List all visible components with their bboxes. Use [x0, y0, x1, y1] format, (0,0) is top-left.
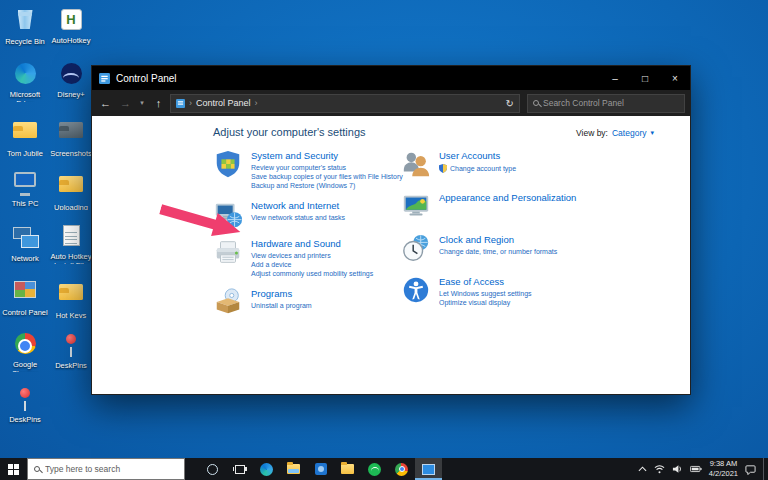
- this-pc-icon: [14, 172, 36, 187]
- category-title[interactable]: Ease of Access: [439, 276, 532, 287]
- navigation-toolbar: ← → ▾ ↑ › Control Panel › ↻: [92, 90, 690, 116]
- taskbar-clock[interactable]: 9:38 AM 4/2/2021: [709, 459, 738, 479]
- category-task-link[interactable]: Change account type: [439, 164, 516, 173]
- maximize-button[interactable]: □: [630, 66, 660, 90]
- search-input[interactable]: [543, 98, 679, 108]
- wifi-icon[interactable]: [654, 464, 665, 474]
- category-clock-and-region: Clock and Region Change date, time, or n…: [401, 233, 680, 263]
- action-center-icon[interactable]: [745, 464, 756, 475]
- folder-icon: [13, 122, 37, 138]
- folder-icon: [59, 176, 83, 192]
- category-system-and-security: System and Security Review your computer…: [213, 149, 401, 191]
- view-by-control: View by: Category ▾: [576, 128, 654, 138]
- minimize-button[interactable]: –: [600, 66, 630, 90]
- start-button[interactable]: [0, 458, 27, 480]
- user-accounts-icon[interactable]: [401, 149, 431, 179]
- desktop-wallpaper: Recycle Bin Microsoft Edge Tom Jubile Th…: [0, 0, 768, 480]
- desktop-icon-tom-jubile[interactable]: Tom Jubile: [2, 114, 48, 156]
- programs-box-icon[interactable]: [213, 287, 243, 317]
- category-title[interactable]: System and Security: [251, 150, 403, 161]
- folder-dark-icon: [59, 122, 83, 138]
- category-title[interactable]: Clock and Region: [439, 234, 557, 245]
- chevron-down-icon[interactable]: ▾: [650, 129, 654, 137]
- desktop-icon-label: Microsoft Edge: [2, 91, 48, 102]
- desktop-icon-network[interactable]: Network: [2, 222, 48, 264]
- back-icon[interactable]: ←: [97, 97, 114, 109]
- category-title[interactable]: Network and Internet: [251, 200, 345, 211]
- category-task-link[interactable]: Change date, time, or number formats: [439, 248, 557, 255]
- desktop-icon-recycle-bin[interactable]: Recycle Bin: [2, 6, 48, 48]
- category-column-left: System and Security Review your computer…: [213, 149, 401, 325]
- taskbar-spacer: [442, 458, 631, 480]
- appearance-icon[interactable]: [401, 191, 431, 221]
- taskbar-app-spotify[interactable]: [361, 458, 388, 480]
- category-title[interactable]: Hardware and Sound: [251, 238, 373, 249]
- search-icon: [533, 100, 539, 106]
- category-task-link[interactable]: View network status and tasks: [251, 214, 345, 221]
- folder-icon: [59, 284, 83, 300]
- taskbar-app-control-panel-active[interactable]: [415, 458, 442, 480]
- show-desktop-button[interactable]: [763, 458, 768, 480]
- desktop-icon-deskpins-in[interactable]: DeskPins In...: [2, 384, 48, 426]
- desktop-icon-autohotkey[interactable]: H AutoHotkey: [48, 6, 94, 48]
- window-titlebar[interactable]: Control Panel – □ ×: [92, 66, 690, 90]
- category-title[interactable]: Appearance and Personalization: [439, 192, 576, 203]
- battery-icon[interactable]: [690, 465, 702, 473]
- control-panel-icon: [14, 281, 36, 298]
- taskbar-apps: [199, 458, 442, 480]
- refresh-icon[interactable]: ↻: [506, 98, 514, 109]
- cortana-button[interactable]: [199, 458, 226, 480]
- category-task-link[interactable]: Save backup copies of your files with Fi…: [251, 173, 403, 180]
- clock-region-icon[interactable]: [401, 233, 431, 263]
- security-shield-icon[interactable]: [213, 149, 243, 179]
- spotify-icon: [368, 463, 381, 476]
- desktop-icon-autohotkey-install-file[interactable]: Auto Hotkey Install File: [48, 222, 94, 264]
- category-task-link[interactable]: Optimize visual display: [439, 299, 532, 306]
- desktop-icon-screenshots-shortcuts[interactable]: Screenshots Shortcuts: [48, 114, 94, 156]
- category-task-link[interactable]: View devices and printers: [251, 252, 373, 259]
- taskbar-app-folder[interactable]: [334, 458, 361, 480]
- desktop-icon-column-1: Recycle Bin Microsoft Edge Tom Jubile Th…: [2, 6, 48, 426]
- ease-of-access-icon[interactable]: [401, 275, 431, 305]
- close-button[interactable]: ×: [660, 66, 690, 90]
- up-icon[interactable]: ↑: [150, 97, 167, 109]
- desktop-icon-microsoft-edge[interactable]: Microsoft Edge: [2, 60, 48, 102]
- desktop-icon-label: DeskPins: [48, 362, 94, 371]
- task-view-button[interactable]: [226, 458, 253, 480]
- taskbar-app-edge[interactable]: [253, 458, 280, 480]
- chevron-up-icon[interactable]: [638, 466, 647, 472]
- recent-pages-dropdown-icon[interactable]: ▾: [137, 99, 147, 107]
- cortana-icon: [207, 464, 218, 475]
- category-task-link[interactable]: Review your computer's status: [251, 164, 403, 171]
- breadcrumb[interactable]: Control Panel: [196, 98, 251, 108]
- desktop-icon-control-panel[interactable]: Control Panel: [2, 276, 48, 318]
- desktop-icon-uploading-folder[interactable]: Uploading Folder: [48, 168, 94, 210]
- category-title[interactable]: Programs: [251, 288, 312, 299]
- desktop-icon-label: Screenshots Shortcuts: [48, 150, 94, 156]
- address-bar[interactable]: › Control Panel › ↻: [170, 94, 520, 113]
- breadcrumb-separator[interactable]: ›: [255, 98, 258, 108]
- category-task-link[interactable]: Backup and Restore (Windows 7): [251, 182, 403, 189]
- desktop-icon-hot-keys[interactable]: Hot Keys: [48, 276, 94, 318]
- taskbar-search-input[interactable]: [45, 464, 178, 474]
- desktop-icon-disney-plus[interactable]: Disney+: [48, 60, 94, 102]
- taskbar-app-file-explorer[interactable]: [280, 458, 307, 480]
- forward-icon[interactable]: →: [117, 97, 134, 109]
- category-task-link[interactable]: Let Windows suggest settings: [439, 290, 532, 297]
- system-tray: 9:38 AM 4/2/2021: [631, 458, 763, 480]
- desktop-icon-google-chrome[interactable]: Google Chrome: [2, 330, 48, 372]
- desktop-icon-label: Network: [2, 255, 48, 264]
- volume-icon[interactable]: [672, 464, 683, 474]
- view-by-value[interactable]: Category: [612, 128, 647, 138]
- desktop-icon-this-pc[interactable]: This PC: [2, 168, 48, 210]
- file-explorer-icon: [287, 464, 300, 474]
- category-task-link[interactable]: Add a device: [251, 261, 373, 268]
- category-task-link[interactable]: Adjust commonly used mobility settings: [251, 270, 373, 277]
- category-title[interactable]: User Accounts: [439, 150, 516, 161]
- taskbar-app-chrome[interactable]: [388, 458, 415, 480]
- category-task-link[interactable]: Uninstall a program: [251, 302, 312, 309]
- control-panel-search-box[interactable]: [527, 94, 685, 113]
- taskbar-app-photos[interactable]: [307, 458, 334, 480]
- taskbar-search-box[interactable]: [27, 458, 185, 480]
- desktop-icon-deskpins[interactable]: DeskPins: [48, 330, 94, 372]
